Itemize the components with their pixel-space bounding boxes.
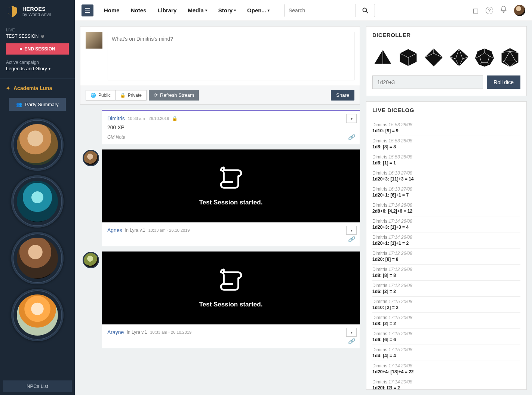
post-avatar[interactable]	[83, 150, 99, 166]
log-time: 17:15 20/08	[388, 347, 412, 352]
sidebar: HEROES by World Anvil LIVE TEST SESSION …	[0, 0, 75, 395]
campaign-selector[interactable]: Legends and Glory ▾	[0, 65, 75, 77]
dice-row	[366, 43, 526, 75]
caret-down-icon: ▾	[234, 8, 236, 12]
d6-icon[interactable]	[398, 47, 419, 68]
bell-icon[interactable]	[500, 6, 507, 15]
share-button[interactable]: Share	[331, 90, 354, 101]
nav-media[interactable]: Media▾	[188, 7, 207, 13]
dicelog-entry: Dimitris 15:53 28/081d10: [9] = 9	[372, 120, 520, 136]
session-name[interactable]: TEST SESSION ⚙	[0, 34, 75, 41]
log-who: Dimitris	[372, 251, 387, 256]
post-menu-button[interactable]: ▾	[346, 114, 357, 123]
svg-marker-8	[450, 49, 468, 67]
world-name: Academia Luna	[13, 85, 52, 91]
permalink-icon[interactable]: 🔗	[348, 236, 354, 242]
log-roll: 1d20+3: [11]+3 = 14	[372, 176, 520, 182]
visibility-private[interactable]: 🔒 Private	[116, 90, 147, 101]
party-summary-button[interactable]: 👥 Party Summary	[9, 98, 66, 111]
post-author[interactable]: Dimitris	[107, 115, 125, 121]
character-list	[0, 116, 75, 380]
search-button[interactable]	[356, 4, 375, 17]
end-session-button[interactable]: ■ END SESSION	[6, 43, 69, 55]
main: ☰ Home Notes Library Media▾ Story▾ Open.…	[75, 0, 532, 395]
nav-story[interactable]: Story▾	[218, 7, 236, 13]
post-author[interactable]: Arayne	[107, 329, 124, 335]
group-icon: 👥	[16, 102, 22, 107]
log-time: 16:13 27/08	[388, 170, 412, 176]
nav-open[interactable]: Open...▾	[247, 7, 270, 13]
main-nav: Home Notes Library Media▾ Story▾ Open...…	[104, 7, 270, 13]
d10-icon[interactable]	[449, 47, 470, 68]
dice-formula-input[interactable]	[372, 75, 483, 89]
log-roll: 1d6: [2] = 2	[372, 289, 520, 294]
log-who: Dimitris	[372, 186, 387, 192]
log-roll: 1d8: [8] = 8	[372, 144, 520, 149]
log-who: Dimitris	[372, 235, 387, 240]
npc-list-button[interactable]: NPCs List	[3, 380, 72, 392]
d4-icon[interactable]	[372, 47, 393, 68]
scroll-icon	[216, 166, 246, 192]
nav-library[interactable]: Library	[157, 7, 176, 13]
character-portrait[interactable]	[11, 289, 64, 341]
character-portrait[interactable]	[11, 118, 64, 171]
roll-dice-button[interactable]: Roll dice	[487, 75, 520, 89]
party-summary-label: Party Summary	[25, 102, 59, 107]
composer-textarea[interactable]	[108, 32, 354, 80]
log-who: Dimitris	[372, 138, 387, 144]
brand: HEROES by World Anvil	[0, 0, 75, 23]
user-avatar[interactable]	[514, 5, 525, 16]
refresh-stream-button[interactable]: ⟳ Refresh Stream	[149, 90, 199, 101]
character-portrait[interactable]	[11, 175, 64, 228]
dicelog-panel: LIVE DICELOG Dimitris 15:53 28/081d10: […	[366, 101, 527, 390]
search	[285, 4, 375, 17]
d8-icon[interactable]	[423, 47, 444, 68]
visibility-public[interactable]: 🌐 Public	[86, 90, 116, 101]
post-timestamp: 10:33 am - 26.10.2019	[128, 116, 169, 121]
nav-home[interactable]: Home	[104, 7, 120, 13]
log-who: Dimitris	[372, 379, 387, 385]
post-menu-button[interactable]: ▾	[346, 226, 357, 235]
post-timestamp: 10:33 am - 26.10.2019	[148, 228, 190, 232]
dicelog-entry: Dimitris 17:14 20/081d20+4: [18]+4 = 22	[372, 361, 520, 377]
permalink-icon[interactable]: 🔗	[348, 338, 354, 344]
d20-icon[interactable]	[499, 47, 520, 68]
gear-icon[interactable]: ⚙	[41, 34, 44, 39]
post-timestamp: 10:33 am - 26.10.2019	[150, 330, 191, 334]
dicelog-entry: Dimitris 17:15 20/081d6: [6] = 6	[372, 329, 520, 345]
dicelog-entry: Dimitris 15:53 28/081d6: [1] = 1	[372, 152, 520, 168]
menu-toggle-button[interactable]: ☰	[82, 4, 93, 16]
log-who: Dimitris	[372, 347, 387, 352]
search-input[interactable]	[285, 4, 356, 17]
character-portrait[interactable]	[11, 232, 64, 284]
permalink-icon[interactable]: 🔗	[348, 134, 354, 140]
log-roll: 1d8: [8] = 8	[372, 273, 520, 278]
dicelog-entry: Dimitris 17:15 20/081d8: [2] = 2	[372, 313, 520, 329]
log-roll: 1d20+1: [1]+1 = 2	[372, 241, 520, 246]
session-banner: Test Session started.	[102, 149, 360, 222]
shield-logo-icon	[6, 5, 19, 18]
help-icon[interactable]: ?	[486, 7, 493, 14]
log-time: 17:12 26/08	[388, 283, 412, 288]
post-menu-button[interactable]: ▾	[346, 328, 357, 337]
d12-icon[interactable]	[474, 47, 495, 68]
log-who: Dimitris	[372, 283, 387, 288]
log-time: 17:14 26/08	[388, 219, 412, 224]
dicelog-entry: Dimitris 17:12 26/081d8: [8] = 8	[372, 265, 520, 281]
post-context: in Lyra v.1	[125, 228, 145, 233]
log-roll: 1d4: [4] = 4	[372, 353, 520, 358]
post-avatar[interactable]	[83, 252, 99, 268]
globe-icon: 🌐	[90, 93, 96, 98]
nav-notes[interactable]: Notes	[131, 7, 147, 13]
world-link[interactable]: ✦ Academia Luna	[0, 82, 75, 94]
square-icon[interactable]: ◻	[473, 6, 479, 15]
stream: Dimitris 10:33 am - 26.10.2019 🔒200 XPGM…	[80, 110, 360, 390]
stream-post: Agnes in Lyra v.1 10:33 am - 26.10.2019 …	[102, 222, 360, 246]
log-time: 17:14 20/08	[388, 379, 412, 385]
log-roll: 1d10: [9] = 9	[372, 128, 520, 133]
log-who: Dimitris	[372, 203, 387, 208]
campaign-name: Legends and Glory	[6, 66, 47, 71]
post-note: GM Note	[107, 135, 125, 140]
post-author[interactable]: Agnes	[107, 227, 122, 233]
active-campaign-label: Active campaign	[0, 58, 75, 65]
